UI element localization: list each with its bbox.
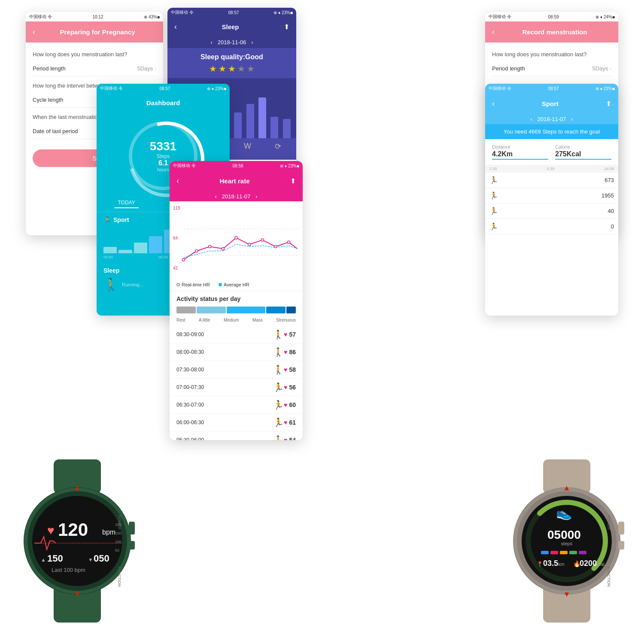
- tab-today[interactable]: TODAY: [114, 198, 138, 208]
- hr-time-row: 07:30-08:00 🚶 ♥ 58: [170, 361, 303, 379]
- svg-text:050: 050: [94, 553, 109, 564]
- svg-text:Last  100 bpm: Last 100 bpm: [52, 567, 85, 573]
- chevron-right-icon: ›: [610, 66, 611, 71]
- svg-text:POWER: POWER: [117, 515, 122, 530]
- svg-text:FUNCTION: FUNCTION: [607, 567, 611, 587]
- running-label: Running...: [122, 282, 143, 287]
- svg-text:steps: steps: [561, 541, 573, 546]
- table-row: 🏃 673: [485, 173, 618, 188]
- sleep-icon: 🚶: [103, 277, 118, 292]
- svg-text:03.5: 03.5: [543, 559, 558, 568]
- share-icon[interactable]: ⬆: [284, 23, 289, 31]
- svg-point-4: [209, 245, 211, 248]
- cycle-label: Cycle length: [33, 97, 64, 103]
- y-high: 119: [173, 206, 180, 210]
- share-icon[interactable]: ⬆: [290, 177, 296, 185]
- steps-val: 0: [502, 223, 614, 230]
- svg-text:km: km: [558, 562, 565, 567]
- sport-header: ‹ Sport ⬆: [485, 93, 618, 114]
- record-period-value: 5Days ›: [592, 65, 611, 72]
- person-icon: 🏃: [273, 382, 284, 392]
- person-icon: 🚶: [273, 329, 284, 340]
- svg-point-3: [195, 249, 198, 252]
- prev-date-icon[interactable]: ‹: [215, 193, 216, 200]
- heart-icon: ♥: [284, 349, 287, 355]
- heart-icon: ♥: [284, 331, 287, 338]
- back-icon[interactable]: ‹: [33, 27, 35, 36]
- svg-text:150: 150: [115, 531, 122, 535]
- green-watch-svg: ♥ 120 bpm ▲ 150 ▼ 050 Last 100 bpm 200 1…: [9, 451, 146, 631]
- quality-text: Sleep quality:Good: [174, 53, 289, 61]
- hr-nav: ‹ 2018-11-07 ›: [170, 191, 303, 201]
- svg-text:👟: 👟: [556, 505, 572, 521]
- svg-point-10: [288, 241, 290, 243]
- hr-status-bar: 中国移动 令 08:58 ⊕ ♦ 23%■: [170, 161, 303, 170]
- heartrate-screen: 中国移动 令 08:58 ⊕ ♦ 23%■ ‹ Heart rate ⬆ ‹ 2…: [170, 161, 303, 440]
- sleep-status-bar: 中国移动 令 08:57 ⊕ ♦ 23%■: [167, 8, 296, 17]
- svg-point-7: [248, 243, 251, 246]
- sport-goal: You need 4669 Steps to reach the goal: [485, 124, 618, 139]
- record-status-bar: 中国移动 令 08:59 ⊕ ♦ 24%■: [485, 12, 618, 21]
- sleep-title: Sleep: [222, 23, 239, 30]
- calorie-label: Calorie: [555, 144, 611, 149]
- run-icon: 🏃: [489, 191, 502, 200]
- sport-screen: 中国移动 令 08:57 ⊕ ♦ 23%■ ‹ Sport ⬆ ‹ 2018-1…: [485, 84, 618, 316]
- tan-watch-svg: 👟 05000 steps 📍 03.5 km 🔥 0200 kcal POWE…: [498, 451, 635, 631]
- steps-val: 673: [502, 177, 614, 183]
- svg-point-5: [222, 247, 224, 250]
- realtime-dot: [176, 283, 180, 286]
- record-q1: How long does you menstruation last?: [492, 51, 611, 58]
- next-date-icon[interactable]: ›: [255, 193, 257, 200]
- back-icon[interactable]: ‹: [492, 27, 495, 36]
- table-row: 🏃 0: [485, 219, 618, 234]
- calorie-value: 275Kcal: [555, 150, 611, 160]
- record-period-row[interactable]: Period length 5Days ›: [492, 61, 611, 76]
- back-icon[interactable]: ‹: [174, 22, 177, 31]
- pregnancy-status-bar: 中国移动 令 10:12 ⊕ 43%■: [26, 12, 163, 21]
- prev-date-icon[interactable]: ‹: [530, 116, 532, 122]
- person-icon: 🚶: [273, 365, 284, 375]
- average-label: Average HR: [224, 282, 249, 287]
- hr-legend: Real-time HR Average HR: [170, 279, 303, 291]
- svg-rect-17: [129, 522, 135, 535]
- steps-val: 1955: [502, 192, 614, 199]
- record-period-label: Period length: [492, 65, 525, 72]
- svg-rect-18: [129, 541, 135, 550]
- dashboard-status-bar: 中国移动 令 08:57 ⊕ ♦ 23%■: [97, 84, 230, 93]
- heart-icon: ♥: [284, 366, 287, 373]
- sport-nav: ‹ 2018-11-07 ›: [485, 114, 618, 124]
- svg-text:♥: ♥: [47, 524, 55, 537]
- back-icon[interactable]: ‹: [492, 99, 495, 108]
- period-length-row[interactable]: Period length 5Days ›: [33, 61, 156, 76]
- person-icon: 🏃: [273, 417, 284, 428]
- activity-labels: Rest A little Medium Mass Strenuous: [170, 317, 303, 326]
- sleep-nav: ‹ 2018-11-06 ›: [167, 36, 296, 48]
- pregnancy-title: Preparing for Pregnancy: [39, 28, 156, 36]
- realtime-label: Real-time HR: [182, 282, 210, 287]
- svg-text:POWER: POWER: [607, 515, 611, 530]
- share-icon[interactable]: ⬆: [606, 100, 611, 108]
- next-date-icon[interactable]: ›: [251, 39, 253, 46]
- y-low: 42: [173, 266, 178, 270]
- hours-count: 6.1: [158, 159, 168, 167]
- next-date-icon[interactable]: ›: [571, 116, 573, 122]
- period-value: 5Days ›: [137, 65, 156, 72]
- activity-bar: [170, 305, 303, 317]
- svg-point-6: [235, 237, 237, 239]
- period-label: Period length: [33, 65, 66, 72]
- hr-time-table: 08:30-09:00 🚶 ♥ 57 08:00-08:30 🚶 ♥ 86 07…: [170, 326, 303, 440]
- sport-title: Sport: [542, 100, 559, 107]
- svg-text:05000: 05000: [547, 528, 581, 541]
- person-icon: 🚶: [273, 435, 284, 440]
- prev-date-icon[interactable]: ‹: [210, 39, 212, 46]
- svg-rect-52: [569, 551, 577, 554]
- person-icon: 🏃: [273, 400, 284, 410]
- back-icon[interactable]: ‹: [176, 176, 179, 185]
- svg-text:150: 150: [47, 553, 63, 564]
- run-icon: 🏃: [489, 176, 502, 184]
- run-icon: 🏃: [489, 207, 502, 215]
- svg-text:100: 100: [115, 540, 122, 544]
- time-range-header: 2:30 5:39 24:08: [485, 165, 618, 173]
- table-row: 🏃 40: [485, 204, 618, 219]
- hr-time-row: 08:30-09:00 🚶 ♥ 57: [170, 326, 303, 343]
